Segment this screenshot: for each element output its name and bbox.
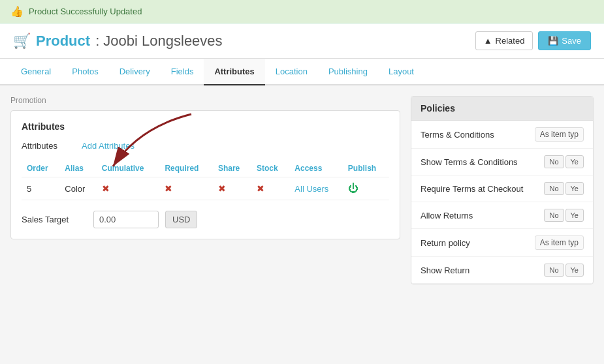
tab-fields[interactable]: Fields <box>161 59 204 85</box>
page-subtitle: : Joobi Longsleeves <box>95 33 222 50</box>
x-cumulative-icon[interactable]: ✖ <box>102 183 110 194</box>
show-terms-yes-button[interactable]: Ye <box>565 155 584 168</box>
x-stock-icon[interactable]: ✖ <box>257 183 264 194</box>
policy-row-allow-returns: Allow Returns No Ye <box>411 202 593 229</box>
tab-photos[interactable]: Photos <box>61 59 108 85</box>
currency-label: USD <box>165 211 197 228</box>
col-alias: Alias <box>59 160 96 177</box>
x-required-icon[interactable]: ✖ <box>165 183 172 194</box>
arrow-up-icon: ▲ <box>484 36 492 46</box>
require-terms-no-button[interactable]: No <box>544 182 564 195</box>
cart-icon: 🛒 <box>13 33 31 50</box>
attributes-box-title: Attributes <box>22 121 389 132</box>
tabs-bar: General Photos Delivery Fields Attribute… <box>0 59 604 85</box>
col-access: Access <box>289 160 342 177</box>
col-publish: Publish <box>343 160 389 177</box>
require-terms-buttons: No Ye <box>544 182 584 195</box>
policy-return-policy-label: Return policy <box>421 238 530 248</box>
col-order: Order <box>22 160 59 177</box>
cell-stock: ✖ <box>251 177 289 200</box>
cell-access: All Users <box>289 177 342 200</box>
thumbs-up-icon: 👍 <box>10 5 24 18</box>
success-message: Product Successfully Updated <box>29 7 142 16</box>
show-terms-buttons: No Ye <box>544 155 584 168</box>
attributes-box: Attributes Attributes Add Attributes <box>10 110 400 239</box>
header-actions: ▲ Related 💾 Save <box>475 31 591 50</box>
tab-attributes[interactable]: Attributes <box>204 59 264 85</box>
success-banner: 👍 Product Successfully Updated <box>0 0 604 23</box>
show-return-yes-button[interactable]: Ye <box>565 264 584 277</box>
tab-layout[interactable]: Layout <box>378 59 424 85</box>
policy-terms-label: Terms & Conditions <box>421 130 530 140</box>
policies-box: Policies Terms & Conditions As item typ … <box>411 96 594 284</box>
floppy-icon: 💾 <box>548 36 558 46</box>
show-return-no-button[interactable]: No <box>544 264 564 277</box>
show-return-buttons: No Ye <box>544 264 584 277</box>
policy-require-terms-label: Require Terms at Checkout <box>421 184 539 194</box>
allow-returns-no-button[interactable]: No <box>544 209 564 222</box>
cell-alias: Color <box>59 177 96 200</box>
page-header: 🛒 Product : Joobi Longsleeves ▲ Related … <box>0 23 604 59</box>
x-share-icon[interactable]: ✖ <box>218 183 226 194</box>
main-content: Promotion Attributes Attributes Add Attr… <box>0 85 604 346</box>
cell-share: ✖ <box>213 177 251 200</box>
all-users-link[interactable]: All Users <box>294 184 328 194</box>
policy-row-require-terms: Require Terms at Checkout No Ye <box>411 175 593 202</box>
save-button[interactable]: 💾 Save <box>538 31 591 50</box>
require-terms-yes-button[interactable]: Ye <box>565 182 584 195</box>
col-share: Share <box>213 160 251 177</box>
col-cumulative: Cumulative <box>97 160 160 177</box>
tab-location[interactable]: Location <box>265 59 318 85</box>
add-attributes-link[interactable]: Add Attributes <box>82 141 135 151</box>
allow-returns-buttons: No Ye <box>544 209 584 222</box>
policy-terms-value[interactable]: As item typ <box>535 127 584 142</box>
related-button[interactable]: ▲ Related <box>475 31 533 50</box>
attributes-header-row: Attributes Add Attributes <box>22 141 389 151</box>
attributes-label: Attributes <box>22 141 74 151</box>
sales-target-input[interactable] <box>93 211 159 228</box>
tab-publishing[interactable]: Publishing <box>318 59 378 85</box>
policy-show-terms-label: Show Terms & Conditions <box>421 157 539 167</box>
cell-cumulative: ✖ <box>97 177 160 200</box>
policy-row-terms: Terms & Conditions As item typ <box>411 121 593 149</box>
cell-publish: ⏻ <box>343 177 389 200</box>
table-row: 5 Color ✖ ✖ ✖ ✖ All Users ⏻ <box>22 177 389 200</box>
policy-return-policy-value[interactable]: As item typ <box>535 235 584 250</box>
power-icon[interactable]: ⏻ <box>348 183 358 194</box>
left-panel: Promotion Attributes Attributes Add Attr… <box>10 96 411 336</box>
policy-show-return-label: Show Return <box>421 265 539 275</box>
page-title-group: 🛒 Product : Joobi Longsleeves <box>13 33 223 50</box>
col-stock: Stock <box>251 160 289 177</box>
page-title: Product <box>36 33 90 50</box>
sales-target-label: Sales Target <box>22 215 87 224</box>
allow-returns-yes-button[interactable]: Ye <box>565 209 584 222</box>
policies-title: Policies <box>411 97 593 121</box>
tab-general[interactable]: General <box>10 59 61 85</box>
policy-row-show-return: Show Return No Ye <box>411 257 593 284</box>
col-required: Required <box>159 160 212 177</box>
show-terms-no-button[interactable]: No <box>544 155 564 168</box>
sales-target-row: Sales Target USD <box>22 211 389 228</box>
policy-row-show-terms: Show Terms & Conditions No Ye <box>411 149 593 175</box>
cell-order: 5 <box>22 177 59 200</box>
right-panel: Policies Terms & Conditions As item typ … <box>411 96 594 336</box>
attributes-table: Order Alias Cumulative Required Share St… <box>22 160 389 200</box>
policy-row-return-policy: Return policy As item typ <box>411 229 593 257</box>
cell-required: ✖ <box>159 177 212 200</box>
policy-allow-returns-label: Allow Returns <box>421 211 539 220</box>
promotion-label: Promotion <box>10 96 400 105</box>
tab-delivery[interactable]: Delivery <box>109 59 161 85</box>
